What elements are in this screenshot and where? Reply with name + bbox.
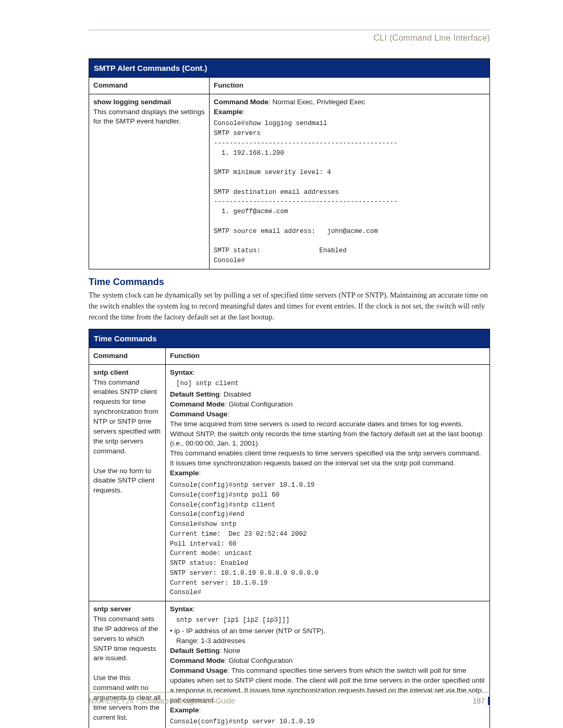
- footer: NXA-ENET24 - Software Management Guide 1…: [89, 692, 490, 705]
- cmd-desc: This command sets the IP address of the …: [93, 615, 158, 662]
- mode-label: Command Mode: [170, 400, 225, 408]
- ip-range: Range: 1-3 addresses: [176, 636, 246, 646]
- cmd-name: sntp server: [93, 605, 131, 613]
- example-code: Console(config)#sntp server 10.1.0.19 Co…: [170, 480, 485, 598]
- mode-value: : Global Configuration: [225, 657, 293, 664]
- table-title: Time Commands: [89, 329, 490, 348]
- table-row: sntp client This command enables SNTP cl…: [89, 364, 490, 601]
- ip-note: • ip - IP address of an time server (NTP…: [170, 627, 325, 635]
- func-cell: Syntax: sntp server [ip1 [ip2 [ip3]]] • …: [166, 601, 490, 728]
- example-code: Console#show logging sendmail SMTP serve…: [214, 119, 485, 265]
- cmd-cell: sntp server This command sets the IP add…: [89, 601, 166, 728]
- syntax-label: Syntax: [170, 605, 193, 613]
- func-cell: Command Mode: Normal Exec, Privileged Ex…: [210, 94, 490, 269]
- table-title-row: SMTP Alert Commands (Cont.): [89, 58, 490, 77]
- time-table: Time Commands Command Function sntp clie…: [89, 329, 490, 728]
- section-paragraph: The system clock can be dynamically set …: [89, 290, 490, 323]
- cmd-cell: sntp client This command enables SNTP cl…: [89, 364, 166, 601]
- page: CLI (Command Line Interface) SMTP Alert …: [0, 0, 563, 728]
- page-number: 187: [473, 697, 490, 705]
- footer-doc-title: NXA-ENET24 - Software Management Guide: [89, 697, 235, 705]
- cmd-desc: This command displays the settings for t…: [93, 108, 205, 126]
- smtp-table: SMTP Alert Commands (Cont.) Command Func…: [89, 58, 490, 269]
- usage-label: Command Usage: [170, 410, 227, 418]
- mode-value: : Global Configuration: [225, 400, 293, 408]
- table-row: sntp server This command sets the IP add…: [89, 601, 490, 728]
- cmd-name: sntp client: [93, 368, 129, 376]
- syntax-code: sntp server [ip1 [ip2 [ip3]]]: [176, 616, 485, 625]
- col-command: Command: [89, 77, 210, 94]
- table-title: SMTP Alert Commands (Cont.): [89, 58, 490, 77]
- running-header: CLI (Command Line Interface): [89, 33, 490, 43]
- default-label: Default Setting: [170, 390, 219, 398]
- default-value: : None: [219, 647, 240, 655]
- example-label: Example: [170, 706, 199, 714]
- example-label: Example: [170, 469, 199, 477]
- mode-label: Command Mode: [170, 657, 225, 664]
- top-rule: [89, 30, 490, 30]
- section-heading: Time Commands: [89, 277, 490, 288]
- example-label: Example: [214, 108, 243, 116]
- example-code: Console(config)#sntp server 10.1.0.19: [170, 717, 485, 727]
- usage-label: Command Usage: [170, 667, 227, 674]
- cmd-desc-2: Use the no form to disable SNTP client r…: [93, 467, 155, 495]
- cmd-name: show logging sendmail: [93, 98, 171, 106]
- usage-p1: The time acquired from time servers is u…: [170, 420, 482, 448]
- col-function: Function: [166, 348, 490, 364]
- syntax-code: [no] sntp client: [176, 379, 485, 389]
- col-function: Function: [210, 77, 490, 94]
- func-cell: Syntax: [no] sntp client Default Setting…: [166, 364, 490, 601]
- default-value: : Disabled: [219, 390, 251, 398]
- table-row: show logging sendmail This command displ…: [89, 94, 490, 269]
- syntax-label: Syntax: [170, 368, 193, 376]
- cmd-desc: This command enables SNTP client request…: [93, 378, 161, 455]
- mode-label: Command Mode: [214, 98, 268, 106]
- table-header-row: Command Function: [89, 348, 490, 364]
- mode-value: : Normal Exec, Privileged Exec: [268, 98, 365, 106]
- col-command: Command: [89, 348, 166, 364]
- cmd-cell: show logging sendmail This command displ…: [89, 94, 210, 269]
- usage-p2: This command enables client time request…: [170, 449, 481, 467]
- table-header-row: Command Function: [89, 77, 490, 94]
- default-label: Default Setting: [170, 647, 219, 655]
- table-title-row: Time Commands: [89, 329, 490, 348]
